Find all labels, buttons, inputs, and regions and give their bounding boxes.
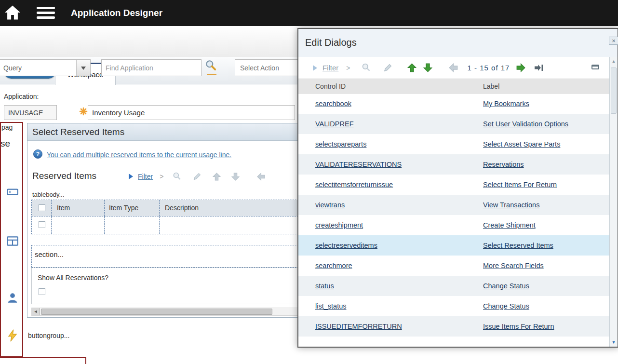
menu-button[interactable] — [37, 7, 55, 19]
help-icon[interactable]: ? — [33, 149, 42, 159]
application-id-field[interactable] — [4, 105, 57, 120]
search-button-underline — [207, 74, 216, 75]
previous-row-icon[interactable] — [407, 63, 416, 72]
show-all-reservations-checkbox[interactable] — [39, 288, 45, 295]
control-id-link[interactable]: viewtrans — [315, 195, 345, 215]
control-id-link[interactable]: VALIDPREF — [315, 114, 354, 134]
table-row[interactable]: createshipment Create Shipment — [298, 215, 609, 235]
label-link[interactable]: Select Reserved Items — [483, 235, 553, 256]
control-id-link[interactable]: selectreserveditems — [315, 235, 377, 256]
control-id-link[interactable]: createshipment — [315, 215, 363, 235]
hamburger-icon — [37, 16, 55, 19]
vertical-scrollbar-thumb[interactable] — [611, 67, 617, 114]
previous-page-icon — [257, 173, 265, 181]
find-application-search-button[interactable] — [204, 59, 221, 76]
control-id-link[interactable]: VALIDATERESERVATIONS — [315, 154, 402, 175]
close-button[interactable]: × — [609, 37, 618, 45]
table-row[interactable]: ISSUEDITEMFORRETURN Issue Items For Retu… — [298, 316, 609, 337]
control-id-link[interactable]: status — [315, 276, 334, 296]
table-row[interactable]: VALIDATERESERVATIONS Reservations — [298, 154, 609, 175]
hamburger-icon — [37, 7, 55, 9]
label-link[interactable]: Change Status — [483, 296, 529, 316]
column-divider — [159, 216, 160, 234]
previous-row-icon — [213, 173, 221, 181]
label-link[interactable]: Set User Validation Options — [483, 114, 568, 134]
control-id-link[interactable]: searchmore — [315, 256, 352, 276]
required-field-icon — [79, 107, 88, 116]
label-link[interactable]: Reservations — [483, 154, 524, 175]
table-header-row: Item Item Type Description — [32, 200, 342, 216]
label-link[interactable]: My Bookmarks — [483, 94, 529, 114]
column-header-control-id: Control ID — [315, 79, 346, 94]
label-link[interactable]: Issue Items For Return — [483, 316, 554, 337]
column-divider — [51, 216, 52, 234]
label-link[interactable]: More Search Fields — [483, 256, 544, 276]
horizontal-scrollbar[interactable]: ◄ — [31, 308, 342, 316]
control-id-link[interactable]: selectitemsforreturnissue — [315, 175, 393, 195]
label-link[interactable]: Select Items For Return — [483, 175, 557, 195]
table-row[interactable]: searchmore More Search Fields — [298, 256, 609, 276]
table-row[interactable]: searchbook My Bookmarks — [298, 94, 609, 114]
modal-table-body: searchbook My Bookmarks VALIDPREF Set Us… — [298, 94, 609, 337]
lightning-icon[interactable] — [6, 329, 19, 344]
reserved-items-table[interactable]: Item Item Type Description — [31, 200, 342, 234]
show-all-reservations-label: Show All Reservations? — [38, 274, 108, 282]
page-title: Application Designer — [71, 0, 162, 26]
home-button[interactable] — [4, 5, 23, 21]
filter-link: Filter — [322, 64, 338, 72]
scroll-up-icon[interactable]: ▲ — [610, 59, 618, 64]
label-link[interactable]: Change Status — [483, 276, 529, 296]
modal-table-header: Control ID Label — [298, 79, 609, 94]
label-link[interactable]: Create Shipment — [483, 215, 536, 235]
query-dropdown[interactable]: Query — [0, 59, 91, 76]
edit-pencil-icon — [383, 63, 393, 73]
buttongroup-label: buttongroup... — [28, 332, 69, 339]
table-row[interactable]: selectitemsforreturnissue Select Items F… — [298, 175, 609, 195]
filter-expand-icon[interactable] — [129, 174, 136, 179]
modal-title: Edit Dialogs — [305, 29, 357, 56]
search-icon — [172, 172, 182, 181]
control-id-link[interactable]: selectspareparts — [315, 134, 366, 154]
horizontal-scrollbar-thumb[interactable] — [41, 309, 272, 315]
find-application-input[interactable] — [101, 59, 202, 76]
selection-border-horizontal — [0, 357, 86, 358]
tablebody-label: tablebody... — [32, 191, 64, 198]
minimize-icon[interactable] — [591, 65, 599, 69]
next-row-icon[interactable] — [423, 63, 432, 72]
label-link[interactable]: Select Asset Spare Parts — [483, 134, 560, 154]
row-checkbox[interactable] — [39, 221, 45, 228]
section-label: section... — [35, 250, 64, 258]
person-icon[interactable] — [6, 292, 19, 306]
home-icon — [4, 13, 21, 22]
table-row[interactable]: viewtrans View Transactions — [298, 195, 609, 215]
dropdown-arrow-button[interactable] — [76, 60, 90, 76]
table-row[interactable]: list_status Change Status — [298, 296, 609, 316]
vertical-scrollbar[interactable]: ▲ ▼ — [609, 57, 618, 347]
select-all-checkbox[interactable] — [39, 204, 45, 211]
label-link[interactable]: View Transactions — [483, 195, 539, 215]
table-row[interactable]: selectspareparts Select Asset Spare Part… — [298, 134, 609, 154]
control-id-link[interactable]: searchbook — [315, 94, 351, 114]
control-id-link[interactable]: ISSUEDITEMFORRETURN — [315, 316, 402, 337]
record-range-indicator: 1 - 15 of 17 — [468, 64, 510, 72]
application-description-field[interactable] — [88, 105, 295, 120]
go-to-end-icon[interactable] — [534, 64, 543, 72]
control-id-link[interactable]: list_status — [315, 296, 346, 316]
textbox-control-icon[interactable] — [6, 186, 19, 200]
table-control-icon[interactable] — [6, 235, 19, 249]
column-divider — [104, 216, 105, 234]
next-page-icon[interactable] — [516, 63, 525, 72]
table-row[interactable]: status Change Status — [298, 276, 609, 296]
scroll-left-icon[interactable]: ◄ — [32, 308, 40, 315]
section-control[interactable]: section... — [31, 245, 342, 268]
chevron-down-icon — [81, 67, 86, 72]
column-header-item-type: Item Type — [109, 204, 138, 212]
table-row[interactable]: VALIDPREF Set User Validation Options — [298, 114, 609, 134]
query-dropdown-label: Query — [0, 64, 76, 72]
topbar: Application Designer — [0, 0, 618, 26]
table-row-selected[interactable]: selectreserveditems Select Reserved Item… — [298, 235, 609, 256]
clipped-section-label: se — [0, 138, 10, 149]
scroll-down-icon[interactable]: ▼ — [610, 340, 618, 345]
filter-link[interactable]: Filter — [138, 173, 153, 180]
help-link[interactable]: You can add multiple reserved items to t… — [47, 151, 231, 159]
